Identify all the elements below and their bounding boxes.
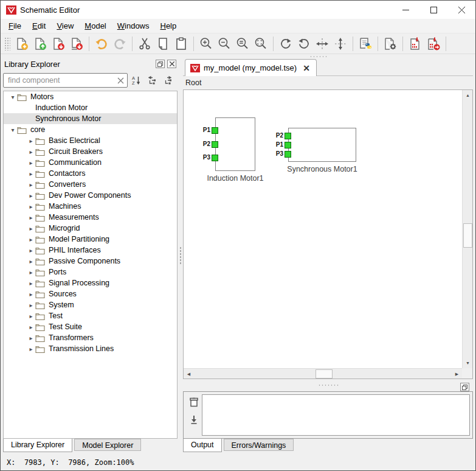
expand-arrow-icon[interactable]: ▸ <box>27 269 35 276</box>
scroll-left-icon[interactable]: ◀ <box>184 369 194 379</box>
expand-arrow-icon[interactable]: ▸ <box>27 346 35 352</box>
dock-grip[interactable] <box>309 55 328 58</box>
zoom-reset-icon[interactable] <box>233 35 252 53</box>
expand-arrow-icon[interactable]: ▸ <box>27 192 35 199</box>
float-panel-icon[interactable] <box>156 60 165 68</box>
zoom-fit-icon[interactable] <box>252 35 270 53</box>
clear-search-icon[interactable] <box>116 75 125 85</box>
expand-arrow-icon[interactable]: ▸ <box>27 159 35 166</box>
close-panel-icon[interactable] <box>167 60 176 68</box>
tree-item-signal-processing[interactable]: ▸Signal Processing <box>4 277 177 288</box>
tab-library-explorer[interactable]: Library Explorer <box>3 439 72 452</box>
scroll-down-icon[interactable]: ▼ <box>463 358 473 368</box>
tree-item-passive-components[interactable]: ▸Passive Components <box>4 256 177 267</box>
tab-my-model[interactable]: my_model (my_model.tse) ✕ <box>185 59 317 76</box>
tree-item-microgrid[interactable]: ▸Microgrid <box>4 223 177 234</box>
collapse-arrow-icon[interactable]: ▾ <box>9 94 17 100</box>
tree-item-contactors[interactable]: ▸Contactors <box>4 168 177 179</box>
expand-arrow-icon[interactable]: ▸ <box>27 203 35 210</box>
menu-edit[interactable]: Edit <box>27 19 51 32</box>
flip-vertical-icon[interactable] <box>331 35 350 53</box>
output-console[interactable] <box>202 394 470 436</box>
component-synchronous-motor1[interactable]: P2P1P3Synchronous Motor1 <box>288 128 356 162</box>
output-splitter[interactable] <box>183 379 473 391</box>
tree-item-motors[interactable]: ▾Motors <box>4 91 177 102</box>
port-p2[interactable]: P2 <box>285 133 291 139</box>
minimize-button[interactable] <box>391 1 419 19</box>
zoom-out-icon[interactable] <box>215 35 233 53</box>
scroll-to-end-icon[interactable] <box>188 414 200 426</box>
port-p3[interactable]: P3 <box>212 155 218 161</box>
horizontal-scroll-thumb[interactable] <box>316 369 333 379</box>
scroll-up-icon[interactable]: ▲ <box>463 90 473 100</box>
expand-all-icon[interactable] <box>160 73 175 88</box>
model-settings-icon[interactable] <box>381 35 399 53</box>
python-script-icon[interactable] <box>356 35 374 53</box>
menu-view[interactable]: View <box>51 19 79 32</box>
maximize-button[interactable] <box>419 1 447 19</box>
scroll-right-icon[interactable]: ▶ <box>452 369 462 379</box>
undo-icon[interactable] <box>92 35 111 53</box>
sort-alphabetical-icon[interactable]: AZ <box>129 73 143 88</box>
tree-item-machines[interactable]: ▸Machines <box>4 201 177 212</box>
close-button[interactable] <box>447 1 475 19</box>
tree-item-transformers[interactable]: ▸Transformers <box>4 332 177 343</box>
open-file-icon[interactable] <box>31 35 49 53</box>
cut-icon[interactable] <box>136 35 154 53</box>
tree-item-synchronous-motor[interactable]: Synchronous Motor <box>4 113 177 124</box>
tree-item-basic-electrical[interactable]: ▸Basic Electrical <box>4 135 177 146</box>
tree-item-phil-interfaces[interactable]: ▸PHIL Interfaces <box>4 245 177 256</box>
tree-item-test[interactable]: ▸Test <box>4 310 177 321</box>
expand-arrow-icon[interactable]: ▸ <box>27 225 35 232</box>
expand-arrow-icon[interactable]: ▸ <box>27 280 35 287</box>
search-input[interactable] <box>3 73 128 88</box>
paste-icon[interactable] <box>172 35 190 53</box>
tree-item-transmission-lines[interactable]: ▸Transmission Lines <box>4 343 177 354</box>
save-as-file-icon[interactable] <box>67 35 86 53</box>
tree-item-test-suite[interactable]: ▸Test Suite <box>4 321 177 332</box>
tree-item-communication[interactable]: ▸Communication <box>4 157 177 168</box>
expand-arrow-icon[interactable]: ▸ <box>27 138 35 144</box>
expand-arrow-icon[interactable]: ▸ <box>27 302 35 309</box>
expand-arrow-icon[interactable]: ▸ <box>27 335 35 341</box>
redo-icon[interactable] <box>111 35 129 53</box>
horizontal-scrollbar[interactable]: ◀ ▶ <box>184 368 462 379</box>
zoom-in-icon[interactable] <box>197 35 215 53</box>
tab-model-explorer[interactable]: Model Explorer <box>74 439 141 451</box>
save-file-icon[interactable] <box>49 35 67 53</box>
expand-arrow-icon[interactable]: ▸ <box>27 148 35 155</box>
schematic-canvas[interactable]: P2P1P3Synchronous Motor1P1P2P3Induction … <box>183 89 473 379</box>
expand-arrow-icon[interactable]: ▸ <box>27 313 35 319</box>
expand-arrow-icon[interactable]: ▸ <box>27 247 35 254</box>
tree-item-model-partitioning[interactable]: ▸Model Partitioning <box>4 234 177 245</box>
rotate-counterclockwise-icon[interactable] <box>295 35 313 53</box>
collapse-all-icon[interactable] <box>145 73 159 88</box>
tree-item-core[interactable]: ▾core <box>4 124 177 135</box>
expand-arrow-icon[interactable]: ▸ <box>27 236 35 243</box>
vertical-scroll-thumb[interactable] <box>463 223 472 248</box>
port-p3[interactable]: P3 <box>285 151 291 158</box>
component-induction-motor1[interactable]: P1P2P3Induction Motor1 <box>215 117 255 171</box>
tree-item-dev-power-components[interactable]: ▸Dev Power Components <box>4 190 177 201</box>
tree-item-converters[interactable]: ▸Converters <box>4 179 177 190</box>
menu-help[interactable]: Help <box>155 19 182 32</box>
new-file-icon[interactable] <box>13 35 31 53</box>
expand-arrow-icon[interactable]: ▸ <box>27 324 35 330</box>
tree-item-system[interactable]: ▸System <box>4 299 177 310</box>
tree-item-circuit-breakers[interactable]: ▸Circuit Breakers <box>4 146 177 157</box>
tab-output[interactable]: Output <box>183 439 222 452</box>
float-output-icon[interactable] <box>460 383 469 391</box>
port-p1[interactable]: P1 <box>212 127 218 134</box>
menu-windows[interactable]: Windows <box>112 19 155 32</box>
tree-item-induction-motor[interactable]: Induction Motor <box>4 102 177 113</box>
expand-arrow-icon[interactable]: ▸ <box>27 181 35 188</box>
panel-splitter[interactable] <box>178 57 183 455</box>
flip-horizontal-icon[interactable] <box>313 35 331 53</box>
expand-arrow-icon[interactable]: ▸ <box>27 214 35 221</box>
tree-item-ports[interactable]: ▸Ports <box>4 267 177 277</box>
tree-item-sources[interactable]: ▸Sources <box>4 288 177 299</box>
toolbar-grip[interactable] <box>4 37 10 51</box>
tree-item-measurements[interactable]: ▸Measurements <box>4 212 177 223</box>
menu-model[interactable]: Model <box>79 19 111 32</box>
compile-icon[interactable] <box>406 35 424 53</box>
